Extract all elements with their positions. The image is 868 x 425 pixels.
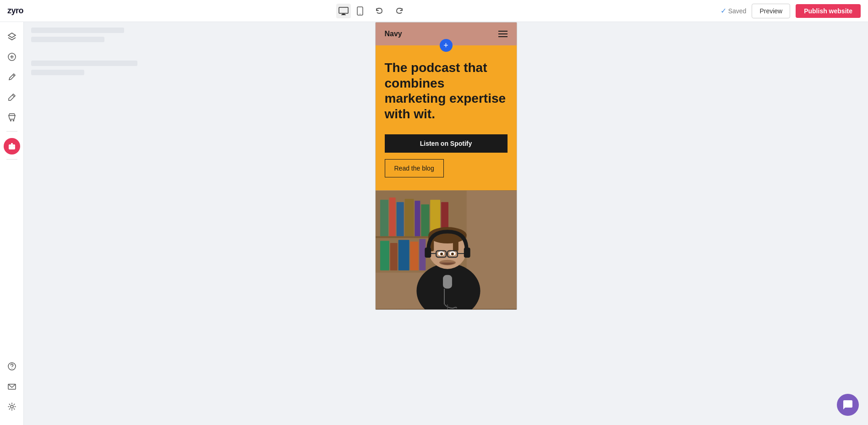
svg-point-4 <box>360 13 360 14</box>
device-selector <box>336 4 367 18</box>
panel-item-1 <box>31 28 124 33</box>
add-section-button[interactable]: + <box>440 39 453 52</box>
hamburger-line-1 <box>498 31 508 32</box>
editor-canvas: Navy + The podcast that combines marketi… <box>24 22 868 425</box>
podcast-person-illustration <box>376 190 517 309</box>
svg-rect-57 <box>443 275 452 289</box>
svg-rect-14 <box>11 146 11 148</box>
mobile-device-btn[interactable] <box>353 4 367 18</box>
svg-rect-44 <box>453 236 458 252</box>
svg-line-10 <box>12 95 14 97</box>
saved-check-icon: ✓ <box>721 6 726 15</box>
svg-rect-39 <box>419 239 426 271</box>
svg-point-18 <box>10 146 10 147</box>
svg-point-23 <box>11 405 13 408</box>
hamburger-menu[interactable] <box>498 31 508 37</box>
podcast-image <box>376 190 517 309</box>
desktop-device-btn[interactable] <box>336 4 351 18</box>
panel-item-3 <box>31 61 137 66</box>
top-toolbar: zyro <box>0 0 868 22</box>
svg-rect-13 <box>9 144 15 149</box>
svg-point-12 <box>13 120 14 121</box>
left-sidebar <box>0 22 24 425</box>
redo-btn[interactable] <box>391 3 408 19</box>
svg-rect-0 <box>339 7 348 13</box>
hamburger-line-3 <box>498 36 508 37</box>
panel-item-2 <box>31 37 104 42</box>
sidebar-icon-help[interactable] <box>3 357 21 375</box>
svg-rect-15 <box>12 146 13 148</box>
site-hero: The podcast that combines marketing expe… <box>376 45 517 190</box>
saved-label: Saved <box>728 7 747 15</box>
svg-rect-31 <box>421 204 429 237</box>
svg-rect-37 <box>398 240 409 271</box>
sidebar-icon-edit[interactable] <box>3 88 21 106</box>
svg-rect-2 <box>341 14 346 15</box>
hero-headline: The podcast that combines marketing expe… <box>385 60 508 121</box>
main-area: Navy + The podcast that combines marketi… <box>0 22 868 425</box>
website-frame: Navy + The podcast that combines marketi… <box>375 22 517 310</box>
svg-line-9 <box>13 75 14 76</box>
svg-point-53 <box>451 253 453 255</box>
read-blog-button[interactable]: Read the blog <box>385 159 444 177</box>
svg-point-52 <box>440 253 443 255</box>
saved-status: ✓ Saved <box>721 6 747 15</box>
svg-marker-5 <box>8 33 16 38</box>
svg-rect-30 <box>415 201 420 236</box>
svg-rect-55 <box>425 248 431 258</box>
svg-point-11 <box>10 120 11 121</box>
sidebar-icon-shop[interactable] <box>3 108 21 127</box>
listen-spotify-button[interactable]: Listen on Spotify <box>385 134 508 153</box>
sidebar-icon-settings[interactable] <box>3 397 21 416</box>
site-nav-title: Navy <box>385 30 402 38</box>
svg-rect-28 <box>396 202 404 237</box>
svg-rect-36 <box>390 243 397 270</box>
svg-rect-58 <box>444 289 445 305</box>
svg-rect-29 <box>404 199 414 236</box>
sidebar-bottom <box>3 357 21 419</box>
toolbar-left: zyro <box>7 6 23 16</box>
sidebar-icon-add[interactable] <box>3 48 21 66</box>
hamburger-line-2 <box>498 33 508 34</box>
undo-btn[interactable] <box>371 3 388 19</box>
svg-rect-27 <box>389 198 395 236</box>
sidebar-divider-2 <box>6 159 17 160</box>
panel-item-4 <box>31 70 84 75</box>
svg-point-21 <box>11 368 12 369</box>
left-panel <box>24 22 157 425</box>
chat-widget[interactable] <box>837 394 859 416</box>
svg-point-19 <box>14 146 14 147</box>
sidebar-divider-1 <box>6 131 17 132</box>
toolbar-center <box>336 3 408 19</box>
svg-rect-56 <box>464 248 470 258</box>
svg-rect-35 <box>380 241 389 271</box>
mobile-preview: Navy + The podcast that combines marketi… <box>375 22 517 310</box>
podcast-image-inner <box>376 190 517 309</box>
publish-button[interactable]: Publish website <box>796 4 861 18</box>
svg-rect-26 <box>380 200 388 236</box>
sidebar-icon-layers[interactable] <box>3 28 21 46</box>
sidebar-icon-mail[interactable] <box>3 377 21 396</box>
preview-button[interactable]: Preview <box>752 4 790 18</box>
app-logo: zyro <box>7 6 23 16</box>
ai-bot-icon[interactable] <box>4 138 20 155</box>
sidebar-icon-pen[interactable] <box>3 68 21 86</box>
svg-rect-38 <box>410 242 418 270</box>
toolbar-right: ✓ Saved Preview Publish website <box>721 4 861 18</box>
